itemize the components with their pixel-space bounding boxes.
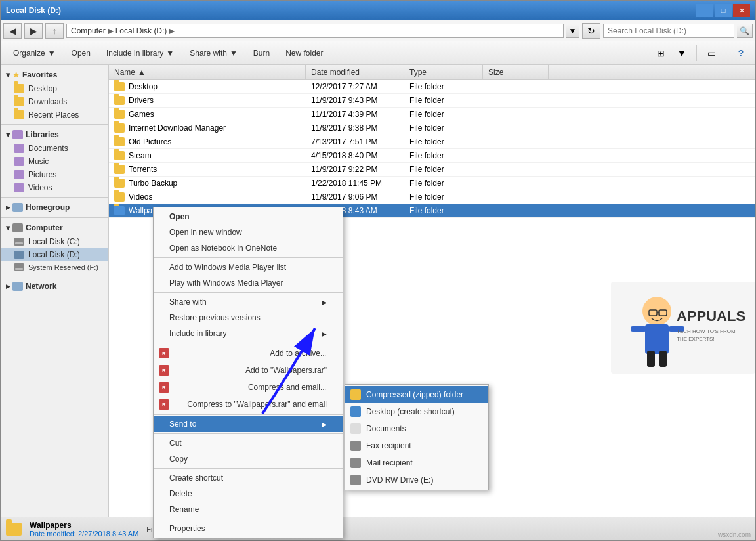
docs-sendto-icon — [350, 423, 361, 434]
file-name: Old Pictures — [109, 135, 306, 148]
sidebar-item-documents[interactable]: Documents — [1, 142, 108, 155]
address-dropdown-button[interactable]: ▼ — [566, 24, 579, 38]
table-row[interactable]: Videos11/9/2017 9:06 PMFile folder — [109, 190, 755, 204]
context-open-new-window[interactable]: Open in new window — [154, 225, 343, 240]
libraries-header[interactable]: ▾ Libraries — [1, 127, 108, 142]
sidebar-item-videos[interactable]: Videos — [1, 181, 108, 194]
context-rename[interactable]: Rename — [154, 502, 343, 517]
sidebar-item-downloads[interactable]: Downloads — [1, 95, 108, 108]
table-row[interactable]: Drivers11/9/2017 9:43 PMFile folder — [109, 94, 755, 108]
share-with-arrow: ▶ — [322, 299, 327, 306]
back-button[interactable]: ◀ — [3, 23, 22, 39]
favorites-header[interactable]: ▾ ★ Favorites — [1, 68, 108, 82]
context-cut[interactable]: Cut — [154, 435, 343, 451]
sendto-compressed[interactable]: Compressed (zipped) folder — [345, 386, 488, 403]
context-create-shortcut[interactable]: Create shortcut — [154, 470, 343, 486]
search-button[interactable]: 🔍 — [737, 24, 753, 38]
file-type: File folder — [404, 94, 483, 107]
file-size — [483, 181, 549, 185]
address-path[interactable]: Computer ▶ Local Disk (D:) ▶ — [66, 24, 564, 38]
context-copy[interactable]: Copy — [154, 451, 343, 467]
sendto-dvd[interactable]: DVD RW Drive (E:) — [345, 471, 488, 488]
col-header-type[interactable]: Type — [404, 65, 483, 79]
file-date: 11/9/2017 9:06 PM — [306, 190, 404, 204]
chevron-down-icon-3: ▾ — [6, 223, 10, 232]
context-share-with[interactable]: Share with ▶ — [154, 294, 343, 310]
open-button[interactable]: Open — [64, 44, 98, 62]
up-button[interactable]: ↑ — [45, 23, 64, 39]
search-input[interactable] — [603, 24, 734, 38]
sidebar-item-system-reserved[interactable]: System Reserved (F:) — [1, 261, 108, 273]
table-row[interactable]: Games11/1/2017 4:39 PMFile folder — [109, 108, 755, 121]
sidebar-item-pictures[interactable]: Pictures — [1, 168, 108, 181]
col-header-name[interactable]: Name ▲ — [109, 65, 306, 79]
context-open[interactable]: Open — [154, 209, 343, 225]
homegroup-header[interactable]: ▸ Homegroup — [1, 200, 108, 215]
include-library-button[interactable]: Include in library ▼ — [99, 44, 181, 62]
context-compress-wallpapers-email[interactable]: R Compress to "Wallpapers.rar" and email — [154, 396, 343, 413]
context-add-wallpapers-rar[interactable]: R Add to "Wallpapers.rar" — [154, 362, 343, 379]
view-toggle-button[interactable]: ⊞ — [652, 44, 670, 62]
libraries-section: ▾ Libraries Documents Music Pictures — [1, 127, 108, 194]
maximize-button[interactable]: □ — [715, 4, 732, 17]
col-header-size[interactable]: Size — [483, 65, 549, 79]
sendto-desktop[interactable]: Desktop (create shortcut) — [345, 403, 488, 420]
context-compress-email[interactable]: R Compress and email... — [154, 379, 343, 396]
appuals-svg: APPUALS TECH HOW-TO'S FROM THE EXPERTS! — [611, 282, 755, 374]
libraries-icon — [12, 130, 23, 139]
context-send-to[interactable]: Send to ▶ — [154, 416, 343, 432]
svg-text:APPUALS: APPUALS — [677, 308, 746, 324]
add-archive-text: Add to archive... — [270, 349, 327, 358]
organize-button[interactable]: Organize ▼ — [6, 44, 63, 62]
sidebar-item-desktop[interactable]: Desktop — [1, 82, 108, 95]
network-header[interactable]: ▸ Network — [1, 279, 108, 293]
sidebar-item-local-d[interactable]: Local Disk (D:) — [1, 248, 108, 261]
file-name: Torrents — [109, 163, 306, 176]
col-type-label: Type — [410, 68, 427, 77]
context-properties[interactable]: Properties — [154, 521, 343, 536]
file-date: 11/1/2017 4:39 PM — [306, 108, 404, 121]
refresh-button[interactable]: ↻ — [582, 23, 600, 39]
forward-button[interactable]: ▶ — [24, 23, 43, 39]
address-bar: ◀ ▶ ↑ Computer ▶ Local Disk (D:) ▶ ▼ ↻ 🔍 — [1, 20, 755, 41]
table-row[interactable]: Desktop12/2/2017 7:27 AMFile folder — [109, 80, 755, 94]
table-row[interactable]: Old Pictures7/13/2017 7:51 PMFile folder — [109, 135, 755, 149]
sidebar-item-recent-places[interactable]: Recent Places — [1, 108, 108, 121]
help-button[interactable]: ? — [732, 44, 750, 62]
homegroup-label: Homegroup — [26, 203, 70, 212]
sidebar-item-local-c[interactable]: Local Disk (C:) — [1, 235, 108, 248]
folder-icon — [114, 96, 125, 105]
file-list: Desktop12/2/2017 7:27 AMFile folderDrive… — [109, 80, 755, 218]
sidebar-item-music[interactable]: Music — [1, 155, 108, 168]
toolbar-separator — [696, 45, 697, 61]
view-dropdown-button[interactable]: ▼ — [673, 44, 691, 62]
new-folder-button[interactable]: New folder — [278, 44, 330, 62]
table-row[interactable]: Internet Download Manager11/9/2017 9:38 … — [109, 121, 755, 135]
sendto-fax[interactable]: Fax recipient — [345, 437, 488, 454]
table-row[interactable]: Torrents11/9/2017 9:22 PMFile folder — [109, 163, 755, 177]
sendto-documents[interactable]: Documents — [345, 420, 488, 437]
sendto-mail[interactable]: Mail recipient — [345, 454, 488, 471]
context-add-archive[interactable]: R Add to archive... — [154, 345, 343, 362]
context-include-library[interactable]: Include in library ▶ — [154, 326, 343, 341]
computer-header[interactable]: ▾ Computer — [1, 221, 108, 235]
status-date: Date modified: 2/27/2018 8:43 AM — [30, 530, 138, 538]
preview-pane-button[interactable]: ▭ — [702, 44, 721, 62]
close-button[interactable]: ✕ — [733, 4, 750, 17]
table-row[interactable]: Steam4/15/2018 8:40 PMFile folder — [109, 149, 755, 163]
minimize-button[interactable]: ─ — [696, 4, 713, 17]
docs-lib-icon — [14, 144, 24, 153]
context-delete[interactable]: Delete — [154, 486, 343, 502]
file-type: File folder — [404, 204, 483, 217]
table-row[interactable]: Turbo Backup1/22/2018 11:45 PMFile folde… — [109, 177, 755, 190]
burn-button[interactable]: Burn — [246, 44, 277, 62]
file-name: Desktop — [109, 80, 306, 93]
context-open-notebook[interactable]: Open as Notebook in OneNote — [154, 240, 343, 256]
context-play-wmp[interactable]: Play with Windows Media Player — [154, 275, 343, 291]
context-add-wmp[interactable]: Add to Windows Media Player list — [154, 259, 343, 275]
share-with-button[interactable]: Share with ▼ — [182, 44, 245, 62]
col-header-date[interactable]: Date modified — [306, 65, 404, 79]
view-controls: ⊞ ▼ ▭ ? — [652, 44, 750, 62]
context-restore-versions[interactable]: Restore previous versions — [154, 310, 343, 326]
file-name-text: Desktop — [129, 82, 158, 91]
